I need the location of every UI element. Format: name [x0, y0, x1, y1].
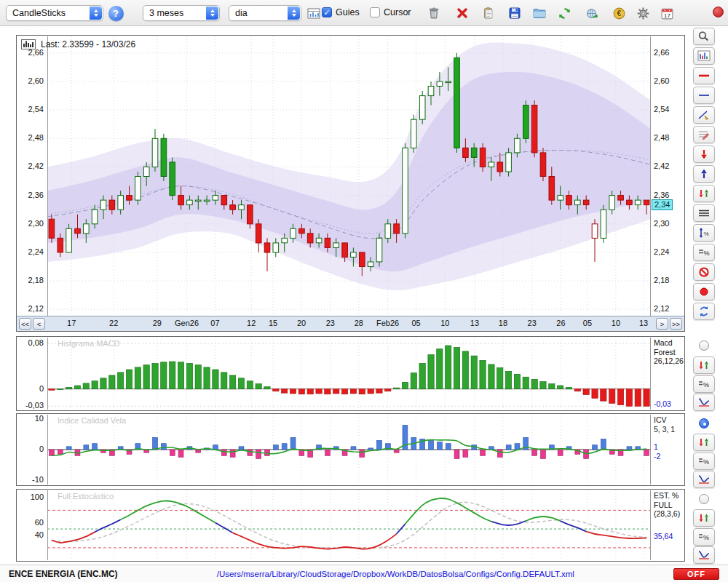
- percent-lines-button[interactable]: %: [693, 244, 715, 261]
- levels-button[interactable]: [693, 204, 715, 222]
- chart-style-button[interactable]: [693, 47, 715, 65]
- price-panel: Last: 2.33599 - 13/03/26 2,662,602,542,4…: [16, 35, 685, 332]
- axis-label: -10: [32, 475, 44, 484]
- scroll-next-button[interactable]: >: [656, 318, 668, 330]
- axis-label: 2,48: [28, 133, 44, 142]
- scroll-first-button[interactable]: <<: [19, 318, 31, 330]
- date-tick-label: 29: [153, 319, 162, 327]
- date-tick-label: Gen26: [175, 319, 199, 327]
- record-button[interactable]: [693, 283, 715, 300]
- cursor-label: Cursor: [384, 7, 411, 17]
- icv-percent-button[interactable]: %: [693, 453, 715, 470]
- cursor-checkbox[interactable]: Cursor: [370, 7, 411, 17]
- calendar-button[interactable]: 17: [657, 4, 676, 23]
- stoch-percent-button[interactable]: %: [693, 528, 715, 546]
- axis-label: 60: [35, 518, 44, 527]
- percent-glyph: %: [703, 381, 709, 388]
- icv-curve-button[interactable]: [693, 471, 715, 488]
- chart-type-icon: [21, 39, 36, 49]
- stochastic-chart[interactable]: [47, 490, 651, 560]
- settings-button[interactable]: [633, 4, 652, 23]
- trash-button[interactable]: [424, 4, 443, 23]
- window-close-button[interactable]: [713, 7, 724, 17]
- candlestick-chart[interactable]: [47, 36, 651, 316]
- date-tick-label: 17: [67, 319, 76, 327]
- macd-percent-button[interactable]: %: [693, 375, 715, 393]
- stoch-signals-button[interactable]: [693, 509, 715, 527]
- icv-info-line: 5, 3, 1: [654, 425, 683, 434]
- app-window: CandleSticks ? 3 meses dia ✓ Guies: [0, 0, 728, 582]
- help-icon: ?: [108, 6, 124, 21]
- checkbox-checked-icon: ✓: [322, 7, 332, 17]
- currency-button[interactable]: €: [609, 4, 628, 23]
- red-hline-button[interactable]: [693, 67, 715, 84]
- off-button[interactable]: OFF: [673, 568, 719, 580]
- search-icon: [697, 31, 711, 42]
- refresh-button[interactable]: [555, 4, 574, 23]
- lines-percent-icon: %: [697, 378, 711, 390]
- arrow-up-button[interactable]: [693, 165, 715, 183]
- axis-label: 2,42: [654, 162, 669, 170]
- stoch-value: 35,64: [654, 532, 683, 541]
- macd-info: Macd Forest 26,12,26 -0,03: [651, 337, 684, 410]
- stoch-info: EST. % FULL (28,3,6) 35,64: [651, 490, 684, 561]
- timeframe-select[interactable]: dia: [229, 5, 301, 21]
- paste-button[interactable]: [479, 4, 498, 23]
- macd-histogram-chart[interactable]: [47, 338, 651, 410]
- checkbox-unchecked-icon: [370, 7, 380, 17]
- trendline-button[interactable]: [693, 106, 715, 124]
- select-stepper-icon: [288, 7, 300, 20]
- signals-button[interactable]: [693, 185, 715, 202]
- disable-button[interactable]: [693, 263, 715, 281]
- mini-chart-button[interactable]: [304, 4, 323, 23]
- icv-bar-chart[interactable]: [47, 415, 651, 485]
- chart-type-select[interactable]: CandleSticks: [6, 5, 103, 21]
- arrow-down-button[interactable]: [693, 146, 715, 163]
- folder-icon: [532, 7, 547, 20]
- date-track: 172229Gen26071215202328Feb26051013182326…: [47, 316, 651, 331]
- scale-percent-button[interactable]: %: [693, 224, 715, 242]
- date-tick-label: 10: [440, 319, 449, 327]
- axis-label: 2,60: [28, 76, 44, 85]
- trendline-pencil-icon: [697, 109, 711, 121]
- axis-label: 2,54: [654, 105, 669, 113]
- zoom-button[interactable]: [693, 28, 715, 45]
- price-axis-right: 2,34 2,662,602,542,482,422,362,302,242,1…: [651, 36, 684, 316]
- macd-title: Histgrama MACD: [58, 339, 120, 348]
- lines-percent-icon: %: [697, 455, 711, 467]
- icv-value: 1: [654, 442, 683, 452]
- icv-panel-radio[interactable]: [699, 418, 709, 428]
- icv-signals-button[interactable]: [693, 434, 715, 451]
- blue-hline-button[interactable]: [693, 87, 715, 104]
- date-tick-label: 20: [297, 319, 306, 327]
- last-price-label: Last: 2.33599 - 13/03/26: [41, 39, 135, 49]
- stoch-info-line: FULL: [654, 501, 683, 510]
- stoch-curve-button[interactable]: [693, 546, 715, 564]
- icv-info: ICV 5, 3, 1 1 -2: [651, 414, 684, 485]
- axis-label: 2,12: [28, 304, 44, 313]
- delete-button[interactable]: [453, 4, 472, 23]
- date-tick-label: 23: [326, 319, 335, 327]
- web-update-button[interactable]: [582, 4, 601, 23]
- macd-curve-button[interactable]: [693, 394, 715, 411]
- stoch-panel-radio[interactable]: [699, 494, 709, 504]
- axis-label: 100: [31, 493, 44, 501]
- guides-checkbox[interactable]: ✓ Guies: [322, 7, 360, 17]
- macd-signals-button[interactable]: [693, 356, 715, 374]
- buy-sell-arrows-icon: [697, 359, 711, 371]
- scroll-prev-button[interactable]: <: [33, 318, 45, 330]
- scroll-last-button[interactable]: >>: [670, 318, 682, 330]
- select-stepper-icon: [90, 7, 102, 20]
- fib-retracement-button[interactable]: [693, 126, 715, 143]
- axis-label: 10: [35, 414, 44, 423]
- help-button[interactable]: ?: [108, 5, 124, 21]
- stoch-info-line: EST. %: [654, 491, 683, 501]
- save-button[interactable]: [505, 4, 524, 23]
- date-tick-label: 13: [639, 319, 648, 327]
- lines-percent-icon: %: [697, 247, 711, 258]
- macd-panel-radio[interactable]: [699, 340, 709, 351]
- open-file-button[interactable]: [530, 4, 549, 23]
- config-path-link[interactable]: /Users/mserra/Library/CloudStorage/Dropb…: [118, 570, 673, 578]
- reload-button[interactable]: [693, 303, 715, 320]
- period-select[interactable]: 3 meses: [143, 5, 220, 21]
